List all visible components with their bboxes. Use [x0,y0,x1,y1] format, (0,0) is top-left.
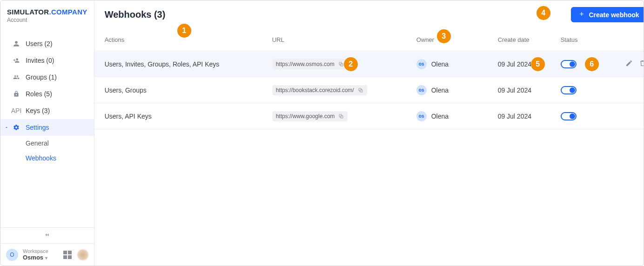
sidebar-item-label: Settings [26,124,49,131]
url-text: https://bookstack.corezoid.com/ [276,87,354,93]
workspace-avatar: O [6,249,18,261]
cell-date: 09 Jul 2024 [498,60,561,68]
cell-owner: os Olena [416,59,498,69]
cell-date: 09 Jul 2024 [498,113,561,120]
url-chip[interactable]: https://bookstack.corezoid.com/ [272,85,367,95]
create-webhook-label: Create webhook [589,11,639,19]
owner-name: Olena [431,60,449,68]
sidebar-item-invites[interactable]: Invites (0) [0,52,94,69]
sidebar-item-label: Roles (5) [26,90,52,98]
owner-avatar: os [416,85,427,95]
workspace-text: Workspace Osmos ▾ [23,248,48,261]
chevron-double-left-icon [44,232,50,239]
table-row[interactable]: Users, Groups https://bookstack.corezoid… [94,77,644,103]
table-row[interactable]: Users, API Keys https://www.google.com o… [94,103,644,129]
api-text-icon: API [13,107,20,114]
sidebar-item-settings[interactable]: Settings [0,119,94,136]
sidebar-item-roles[interactable]: Roles (5) [0,86,94,102]
edit-icon[interactable] [625,60,633,68]
sidebar: SIMULATOR.COMPANY Account Users (2) Invi… [0,0,94,266]
sidebar-item-users[interactable]: Users (2) [0,35,94,52]
owner-name: Olena [431,113,449,120]
brand-block: SIMULATOR.COMPANY Account [0,0,94,25]
status-toggle[interactable] [561,60,577,68]
copy-icon[interactable] [338,113,344,119]
status-toggle[interactable] [561,112,577,120]
callout-3: 3 [437,29,451,43]
cell-owner: os Olena [416,111,498,121]
users-icon [13,74,20,80]
brand-part-2: COMPANY [51,8,87,16]
workspace-label: Workspace [23,248,48,254]
page-title: Webhooks (3) [105,9,166,20]
table-header: Actions URL Owner Create date Status [94,29,644,51]
main-content: Webhooks (3) Create webhook Actions URL … [94,0,644,266]
col-status: Status [561,36,610,43]
sidebar-item-label: Keys (3) [26,107,50,114]
callout-1: 1 [177,24,191,38]
owner-avatar: os [416,59,427,69]
brand-title: SIMULATOR.COMPANY [7,8,87,16]
cell-url: https://www.google.com [272,111,416,121]
sidebar-item-label: Groups (1) [26,73,57,81]
page-header: Webhooks (3) Create webhook [94,0,644,29]
brand-subtitle: Account [7,17,87,23]
lock-icon [13,91,20,97]
webhooks-table: Actions URL Owner Create date Status Use… [94,29,644,129]
delete-icon[interactable] [639,60,644,68]
user-icon [13,40,20,47]
url-chip[interactable]: https://www.osmos.com [272,59,348,69]
sidebar-sub-general[interactable]: General [0,136,94,151]
row-actions [610,60,644,68]
owner-name: Olena [431,86,449,94]
cell-actions: Users, Invites, Groups, Roles, API Keys [105,60,272,68]
sidebar-bottom: O Workspace Osmos ▾ [0,227,94,266]
sidebar-nav: Users (2) Invites (0) Groups (1) Roles (… [0,35,94,227]
cell-actions: Users, API Keys [105,113,272,120]
sidebar-sub-webhooks[interactable]: Webhooks [0,151,94,166]
callout-4: 4 [537,6,550,20]
gear-icon [13,124,20,131]
sidebar-item-label: Users (2) [26,40,53,47]
callout-2: 2 [344,57,358,71]
cell-status [561,112,610,120]
copy-icon[interactable] [358,87,363,93]
sidebar-item-api-keys[interactable]: API Keys (3) [0,102,94,119]
col-url: URL [272,36,416,43]
caret-up-icon [4,124,9,131]
col-actions: Actions [105,36,272,43]
cell-url: https://bookstack.corezoid.com/ [272,85,416,95]
plus-icon [578,11,585,19]
user-plus-icon [13,57,20,64]
cell-status [561,86,610,94]
cell-owner: os Olena [416,85,498,95]
sidebar-item-label: Invites (0) [26,57,54,64]
owner-avatar: os [416,111,427,121]
create-webhook-button[interactable]: Create webhook [571,7,644,22]
status-toggle[interactable] [561,86,577,94]
url-text: https://www.osmos.com [276,61,335,67]
cell-actions: Users, Groups [105,86,272,94]
user-avatar[interactable] [77,249,88,260]
copy-icon[interactable] [338,61,344,67]
chevron-down-icon: ▾ [45,255,47,260]
table-row[interactable]: Users, Invites, Groups, Roles, API Keys … [94,51,644,77]
url-chip[interactable]: https://www.google.com [272,111,348,121]
col-date: Create date [498,36,561,43]
workspace-switcher[interactable]: O Workspace Osmos ▾ [0,244,94,266]
url-text: https://www.google.com [276,113,335,120]
col-owner: Owner [416,36,498,43]
cell-date: 09 Jul 2024 [498,86,561,94]
workspace-name: Osmos ▾ [23,254,48,261]
brand-part-1: SIMULATOR [7,8,49,16]
apps-grid-icon[interactable] [63,251,72,259]
sidebar-item-groups[interactable]: Groups (1) [0,69,94,86]
sidebar-collapse-button[interactable] [0,228,94,244]
callout-5: 5 [531,57,545,71]
callout-6: 6 [585,57,599,71]
